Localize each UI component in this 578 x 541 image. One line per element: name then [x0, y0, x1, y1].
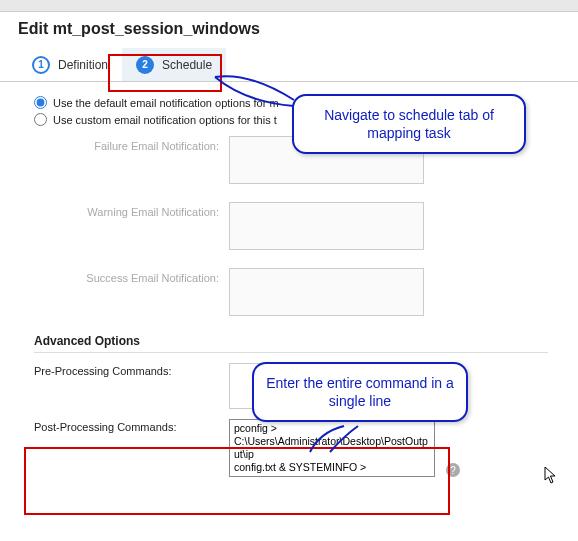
annotation-callout-schedule: Navigate to schedule tab of mapping task — [292, 94, 526, 154]
radio-default-email-input[interactable] — [34, 96, 47, 109]
tab-definition-num: 1 — [32, 56, 50, 74]
wizard-tabs: 1 Definition 2 Schedule — [0, 48, 578, 82]
page-title: Edit mt_post_session_windows — [0, 12, 578, 48]
success-email-label: Success Email Notification: — [34, 268, 229, 284]
tab-schedule-label: Schedule — [162, 58, 212, 72]
radio-custom-email-input[interactable] — [34, 113, 47, 126]
radio-default-email-label: Use the default email notification optio… — [53, 97, 279, 109]
post-processing-input[interactable] — [229, 419, 435, 477]
success-email-input — [229, 268, 424, 316]
tab-schedule-num: 2 — [136, 56, 154, 74]
failure-email-label: Failure Email Notification: — [34, 136, 229, 152]
pre-processing-label: Pre-Processing Commands: — [34, 363, 229, 377]
help-icon[interactable]: ? — [446, 463, 460, 477]
warning-email-label: Warning Email Notification: — [34, 202, 229, 218]
tab-definition[interactable]: 1 Definition — [18, 48, 122, 81]
window-topstrip — [0, 0, 578, 12]
email-notification-group: Failure Email Notification: Warning Emai… — [34, 136, 578, 316]
tab-schedule[interactable]: 2 Schedule — [122, 48, 226, 81]
annotation-callout-command: Enter the entire command in a single lin… — [252, 362, 468, 422]
mouse-cursor-icon — [544, 466, 558, 488]
warning-email-input — [229, 202, 424, 250]
post-processing-label: Post-Processing Commands: — [34, 419, 229, 433]
tab-definition-label: Definition — [58, 58, 108, 72]
advanced-options-heading: Advanced Options — [34, 334, 578, 348]
advanced-separator — [34, 352, 548, 353]
post-processing-row: Post-Processing Commands: ? — [34, 419, 578, 477]
radio-custom-email-label: Use custom email notification options fo… — [53, 114, 277, 126]
